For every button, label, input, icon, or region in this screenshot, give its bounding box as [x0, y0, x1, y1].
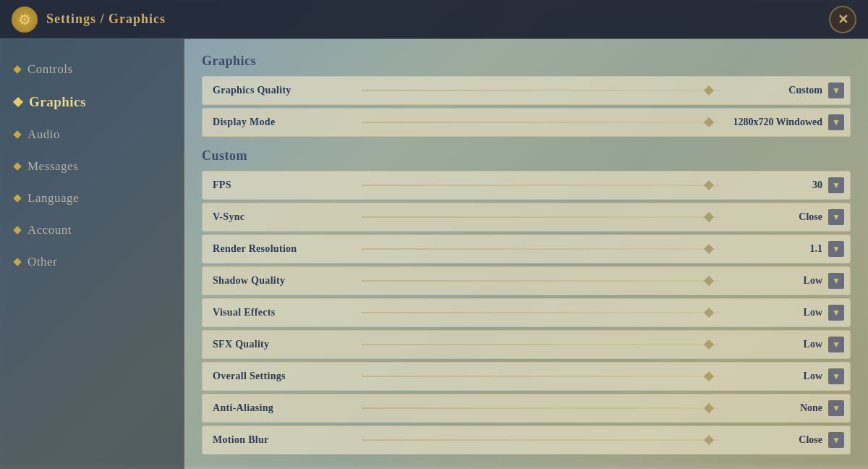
setting-label-fps: FPS: [203, 179, 362, 191]
setting-row-visual-effects[interactable]: Visual Effects Low ▼: [202, 298, 851, 327]
dropdown-arrow-visual-effects[interactable]: ▼: [828, 305, 844, 321]
close-button[interactable]: ✕: [829, 6, 856, 33]
dropdown-arrow-vsync[interactable]: ▼: [828, 209, 844, 225]
setting-value-motion-blur: Close: [799, 434, 822, 446]
sidebar-item-audio[interactable]: Audio: [0, 119, 184, 151]
slider-handle: [704, 180, 714, 190]
diamond-icon: [13, 194, 21, 202]
slider-area-overall-settings: [362, 363, 720, 390]
sidebar-item-messages[interactable]: Messages: [0, 151, 184, 182]
top-bar: ⚙ Settings / Graphics ✕: [0, 0, 868, 39]
slider-track: [362, 280, 720, 282]
sidebar-item-label: Account: [27, 223, 72, 237]
setting-row-motion-blur[interactable]: Motion Blur Close ▼: [202, 426, 851, 455]
content-area: Graphics Graphics Quality Custom ▼ Displ…: [184, 39, 868, 469]
setting-label-anti-aliasing: Anti-Aliasing: [203, 402, 362, 414]
diamond-icon: [13, 65, 21, 73]
dropdown-arrow-fps[interactable]: ▼: [828, 177, 844, 193]
sidebar-item-label: Graphics: [29, 94, 86, 110]
value-area-display-mode: 1280x720 Windowed ▼: [720, 114, 850, 130]
setting-label-sfx-quality: SFX Quality: [203, 339, 362, 350]
sidebar: Controls Graphics Audio Messages Languag…: [0, 39, 184, 469]
value-area-shadow-quality: Low ▼: [720, 273, 850, 289]
slider-area-vsync: [362, 203, 720, 231]
slider-track: [362, 344, 720, 345]
setting-row-anti-aliasing[interactable]: Anti-Aliasing None ▼: [202, 394, 851, 423]
setting-value-overall-settings: Low: [804, 371, 822, 382]
value-area-vsync: Close ▼: [720, 209, 850, 225]
slider-area-anti-aliasing: [362, 394, 720, 422]
diamond-icon: [13, 162, 21, 170]
setting-label-render-resolution: Render Resolution: [203, 243, 362, 255]
dropdown-arrow-sfx-quality[interactable]: ▼: [828, 337, 844, 352]
setting-label-visual-effects: Visual Effects: [203, 307, 362, 318]
setting-label-motion-blur: Motion Blur: [203, 434, 362, 446]
slider-track: [362, 216, 720, 218]
dropdown-arrow-motion-blur[interactable]: ▼: [828, 432, 844, 448]
slider-handle: [704, 403, 714, 413]
value-area-render-resolution: 1.1 ▼: [720, 241, 850, 257]
dropdown-arrow-display-mode[interactable]: ▼: [828, 114, 844, 130]
slider-area-visual-effects: [362, 299, 720, 326]
setting-label-overall-settings: Overall Settings: [203, 371, 362, 382]
slider-track: [362, 248, 720, 250]
slider-area-render-resolution: [362, 235, 720, 263]
slider-handle: [704, 244, 714, 254]
slider-handle: [704, 117, 714, 127]
slider-track: [362, 185, 720, 186]
setting-row-graphics-quality[interactable]: Graphics Quality Custom ▼: [202, 76, 851, 105]
slider-track: [362, 122, 720, 123]
diamond-icon: [13, 226, 21, 234]
setting-row-display-mode[interactable]: Display Mode 1280x720 Windowed ▼: [202, 108, 851, 137]
sidebar-item-graphics[interactable]: Graphics: [0, 85, 184, 119]
setting-value-render-resolution: 1.1: [810, 243, 823, 255]
setting-row-render-resolution[interactable]: Render Resolution 1.1 ▼: [202, 234, 851, 263]
dropdown-arrow-render-resolution[interactable]: ▼: [828, 241, 844, 257]
dropdown-arrow-anti-aliasing[interactable]: ▼: [828, 400, 844, 416]
dropdown-arrow-graphics-quality[interactable]: ▼: [828, 83, 844, 98]
slider-handle: [704, 371, 714, 381]
setting-value-anti-aliasing: None: [800, 402, 822, 414]
sidebar-item-other[interactable]: Other: [0, 246, 184, 278]
setting-value-display-mode: 1280x720 Windowed: [733, 117, 822, 128]
value-area-sfx-quality: Low ▼: [720, 337, 850, 352]
setting-row-shadow-quality[interactable]: Shadow Quality Low ▼: [202, 266, 851, 295]
dropdown-arrow-overall-settings[interactable]: ▼: [828, 368, 844, 384]
slider-handle: [704, 308, 714, 318]
sidebar-item-label: Messages: [27, 159, 78, 174]
graphics-section-title: Graphics: [202, 54, 851, 69]
page-title: Settings / Graphics: [46, 12, 166, 27]
setting-value-visual-effects: Low: [804, 307, 822, 318]
setting-row-sfx-quality[interactable]: SFX Quality Low ▼: [202, 330, 851, 359]
value-area-motion-blur: Close ▼: [720, 432, 850, 448]
slider-handle: [704, 85, 714, 96]
value-area-overall-settings: Low ▼: [720, 368, 850, 384]
setting-row-vsync[interactable]: V-Sync Close ▼: [202, 203, 851, 232]
setting-value-fps: 30: [812, 179, 822, 191]
setting-row-fps[interactable]: FPS 30 ▼: [202, 171, 851, 200]
gear-icon: ⚙: [12, 7, 38, 33]
slider-area-graphics-quality: [362, 77, 720, 104]
value-area-anti-aliasing: None ▼: [720, 400, 850, 416]
sidebar-item-controls[interactable]: Controls: [0, 54, 184, 85]
slider-handle: [704, 435, 714, 445]
sidebar-item-account[interactable]: Account: [0, 214, 184, 246]
slider-area-sfx-quality: [362, 331, 720, 358]
sidebar-item-label: Controls: [27, 62, 73, 77]
diamond-icon: [13, 97, 23, 107]
main-layout: Controls Graphics Audio Messages Languag…: [0, 39, 868, 469]
setting-label-graphics-quality: Graphics Quality: [203, 85, 362, 96]
setting-row-overall-settings[interactable]: Overall Settings Low ▼: [202, 362, 851, 391]
setting-value-graphics-quality: Custom: [788, 85, 822, 96]
sidebar-item-label: Other: [27, 255, 57, 269]
slider-area-fps: [362, 172, 720, 199]
slider-handle: [704, 212, 714, 222]
sidebar-item-label: Audio: [27, 127, 60, 142]
slider-track: [362, 312, 720, 313]
setting-value-shadow-quality: Low: [804, 275, 822, 287]
dropdown-arrow-shadow-quality[interactable]: ▼: [828, 273, 844, 289]
slider-area-motion-blur: [362, 426, 720, 454]
sidebar-item-language[interactable]: Language: [0, 182, 184, 214]
sidebar-item-label: Language: [27, 191, 79, 206]
value-area-visual-effects: Low ▼: [720, 305, 850, 321]
